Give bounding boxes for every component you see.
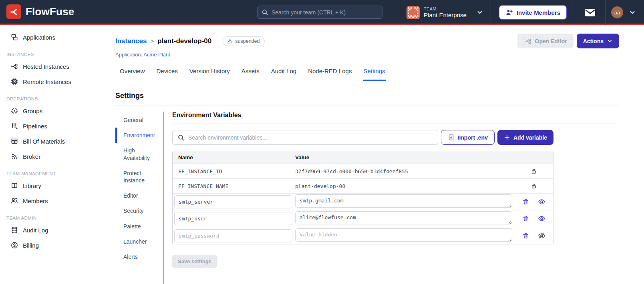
team-name: Plant Enterprise (424, 12, 467, 18)
main-content: Instances > plant-develop-00 suspended (105, 25, 644, 284)
sidebar-item-broker[interactable]: Broker (0, 149, 105, 164)
delete-variable-button[interactable] (521, 214, 530, 223)
sidebar-item-label: Applications (23, 34, 55, 41)
sidebar-item-library[interactable]: Library (0, 178, 105, 193)
show-value-button[interactable] (537, 197, 546, 206)
sidebar-item-label: Members (23, 198, 48, 204)
env-search (172, 130, 438, 145)
sidebar-item-label: Billing (23, 242, 39, 249)
envelope-icon (585, 8, 596, 17)
settings-nav-launcher[interactable]: Launcher (115, 234, 163, 249)
env-search-input[interactable] (188, 134, 433, 141)
sidebar-item-label: Hosted Instances (23, 63, 69, 70)
plus-icon (504, 134, 510, 141)
rss-icon (10, 152, 18, 160)
instance-name: plant-develop-00 (157, 37, 211, 45)
book-icon (10, 182, 18, 190)
team-search-input[interactable] (272, 9, 378, 16)
settings-nav-alerts[interactable]: Alerts (115, 249, 163, 264)
tab-node-red-logs[interactable]: Node-RED Logs (308, 64, 352, 81)
settings-nav-protect-instance[interactable]: Protect Instance (115, 166, 163, 188)
env-row-ff-instance-id: FF_INSTANCE_ID 37f7d969-97cd-4000-b650-b… (173, 164, 553, 179)
dollar-circle-icon (10, 241, 18, 249)
status-badge-label: suspended (235, 38, 260, 44)
env-name-input[interactable] (174, 195, 292, 208)
sidebar-item-label: Bill Of Materials (23, 138, 65, 145)
actions-label: Actions (583, 38, 604, 44)
invite-members-button[interactable]: Invite Members (499, 5, 567, 20)
sidebar-item-hosted-instances[interactable]: Hosted Instances (0, 59, 105, 74)
env-value-input[interactable]: alice@flowfuse.com (295, 211, 512, 224)
add-variable-button[interactable]: Add variable (497, 130, 553, 145)
tab-overview[interactable]: Overview (119, 64, 145, 81)
sidebar-item-groups[interactable]: Groups (0, 103, 105, 118)
sidebar-item-label: Groups (23, 108, 42, 114)
applications-icon (10, 33, 18, 41)
sidebar-item-label: Library (23, 182, 41, 189)
users-icon (10, 197, 18, 205)
actions-button[interactable]: Actions (577, 34, 619, 48)
add-variable-label: Add variable (513, 134, 547, 141)
settings-nav-security[interactable]: Security (115, 203, 163, 218)
tab-settings[interactable]: Settings (363, 64, 385, 81)
lock-icon (515, 183, 553, 189)
env-value: 37f7d969-97cd-4000-b650-b3d4f4eef855 (295, 168, 515, 174)
sidebar-item-label: Audit Log (23, 227, 48, 234)
sidebar-item-pipelines[interactable]: Pipelines (0, 118, 105, 134)
tab-version-history[interactable]: Version History (189, 64, 230, 81)
open-editor-button[interactable]: Open Editor (517, 34, 574, 48)
user-add-icon (505, 9, 513, 16)
tab-audit-log[interactable]: Audit Log (271, 64, 297, 81)
env-name-input[interactable] (174, 229, 292, 242)
tab-assets[interactable]: Assets (241, 64, 260, 81)
settings-nav-high-availability[interactable]: High Availability (115, 143, 163, 165)
team-avatar (407, 6, 420, 19)
settings-divider (115, 106, 619, 106)
team-selector[interactable]: TEAM: Plant Enterprise (400, 0, 491, 25)
open-editor-label: Open Editor (535, 38, 567, 44)
user-avatar: aa (611, 6, 623, 18)
lock-icon (515, 168, 553, 174)
env-row-smtp-server: smtp.gmail.com (173, 194, 553, 210)
env-toolbar: Import .env Add variable (172, 130, 553, 145)
search-icon (262, 9, 268, 16)
import-env-button[interactable]: Import .env (441, 130, 495, 145)
flow-fork-icon (10, 62, 18, 70)
sidebar-item-bill-of-materials[interactable]: Bill Of Materials (0, 134, 105, 149)
settings-nav-environment[interactable]: Environment (115, 128, 163, 143)
breadcrumb: Instances > plant-develop-00 suspended (115, 34, 619, 48)
delete-variable-button[interactable] (521, 198, 530, 206)
sidebar-item-audit-log[interactable]: Audit Log (0, 222, 105, 238)
env-name-input[interactable] (174, 212, 292, 225)
save-settings-button[interactable]: Save settings (172, 255, 217, 268)
application-link[interactable]: Acme Plant (143, 52, 170, 58)
brand-name: FlowFuse (26, 6, 74, 18)
settings-nav-editor[interactable]: Editor (115, 188, 163, 203)
column-header-name: Name (173, 154, 295, 160)
flowfuse-logo-icon (6, 4, 21, 19)
settings-nav-palette[interactable]: Palette (115, 219, 163, 234)
notifications-button[interactable] (575, 0, 605, 25)
home-link[interactable]: FlowFuse (0, 4, 74, 19)
chevron-down-icon (476, 9, 483, 16)
env-value-input[interactable]: smtp.gmail.com (295, 194, 512, 208)
sidebar-item-members[interactable]: Members (0, 193, 105, 208)
env-value-input[interactable] (295, 228, 512, 242)
sidebar-item-label: Broker (23, 153, 40, 160)
hide-value-button[interactable] (537, 231, 546, 240)
user-menu[interactable]: aa (606, 0, 644, 25)
breadcrumb-instances-link[interactable]: Instances (115, 37, 147, 45)
application-line: Application: Acme Plant (115, 52, 619, 58)
sidebar-section-team-admin: TEAM ADMIN (6, 216, 105, 220)
chevron-down-icon (607, 38, 613, 44)
sidebar-item-billing[interactable]: Billing (0, 238, 105, 253)
pipeline-bars-icon (10, 122, 18, 130)
tab-devices[interactable]: Devices (156, 64, 178, 81)
invite-members-label: Invite Members (517, 9, 560, 16)
chip-icon (10, 78, 18, 86)
settings-nav-general[interactable]: General (115, 112, 163, 128)
sidebar-item-remote-instances[interactable]: Remote Instances (0, 74, 105, 89)
sidebar-item-applications[interactable]: Applications (0, 30, 105, 45)
show-value-button[interactable] (537, 214, 546, 223)
delete-variable-button[interactable] (521, 232, 530, 240)
